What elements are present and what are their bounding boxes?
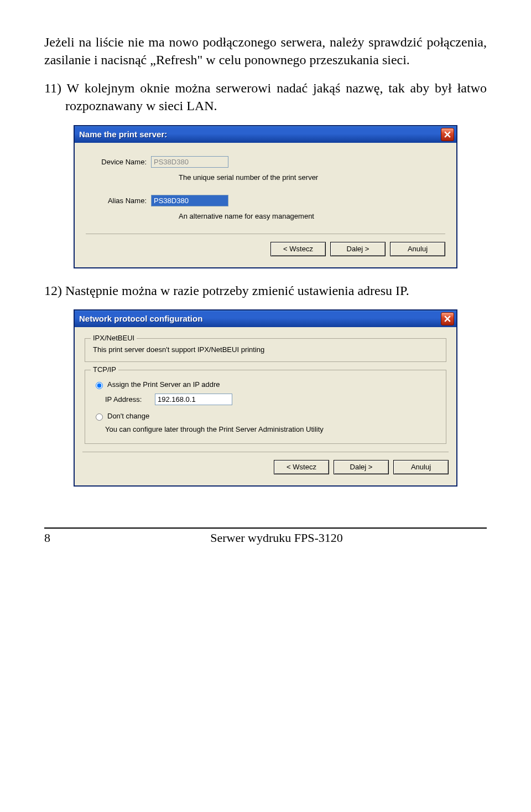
device-name-hint: The unique serial number of the print se… bbox=[179, 173, 445, 182]
alias-name-label: Alias Name: bbox=[86, 196, 151, 205]
dont-change-label: Don't change bbox=[107, 412, 149, 420]
back-button[interactable]: < Wstecz bbox=[270, 242, 326, 256]
next-button[interactable]: Dalej > bbox=[334, 460, 389, 474]
assign-ip-label: Assign the Print Server an IP addre bbox=[107, 380, 220, 389]
alias-name-field[interactable] bbox=[151, 195, 228, 206]
device-name-label: Device Name: bbox=[86, 158, 151, 166]
titlebar: Name the print server: bbox=[75, 126, 456, 143]
separator bbox=[86, 234, 445, 234]
next-button[interactable]: Dalej > bbox=[330, 242, 386, 256]
tcpip-group-title: TCP/IP bbox=[91, 365, 118, 374]
dont-change-radio[interactable] bbox=[96, 413, 103, 421]
note-text: You can configure later through the Prin… bbox=[105, 425, 438, 435]
name-print-server-dialog: Name the print server: Device Name: The … bbox=[74, 125, 457, 268]
dialog-title: Name the print server: bbox=[79, 130, 167, 139]
alias-name-hint: An alternative name for easy management bbox=[179, 212, 445, 220]
close-icon[interactable] bbox=[441, 312, 454, 325]
cancel-button[interactable]: Anuluj bbox=[390, 242, 445, 256]
assign-ip-radio[interactable] bbox=[96, 382, 103, 389]
close-icon[interactable] bbox=[441, 128, 454, 141]
tcpip-group: TCP/IP Assign the Print Server an IP add… bbox=[85, 370, 446, 444]
page-footer: 8 Serwer wydruku FPS-3120 bbox=[44, 527, 487, 545]
back-button[interactable]: < Wstecz bbox=[274, 460, 329, 474]
ipx-group-title: IPX/NetBEUI bbox=[91, 334, 137, 342]
cancel-button[interactable]: Anuluj bbox=[393, 460, 449, 474]
step-11: 11) W kolejnym oknie można serwerowi nad… bbox=[44, 79, 487, 115]
network-protocol-dialog: Network protocol configuration IPX/NetBE… bbox=[74, 309, 457, 487]
footer-title: Serwer wydruku FPS-3120 bbox=[66, 531, 487, 545]
dialog-title: Network protocol configuration bbox=[79, 314, 202, 323]
separator bbox=[82, 452, 449, 452]
ipx-group: IPX/NetBEUI This print server doesn't su… bbox=[85, 338, 446, 362]
intro-paragraph: Jeżeli na liście nie ma nowo podłączoneg… bbox=[44, 33, 487, 69]
page-number: 8 bbox=[44, 531, 66, 545]
ipx-text: This print server doesn't support IPX/Ne… bbox=[93, 345, 438, 354]
ip-address-field[interactable] bbox=[155, 394, 232, 405]
device-name-field bbox=[151, 156, 228, 168]
step-12: 12) Następnie można w razie potrzeby zmi… bbox=[44, 282, 487, 299]
ip-address-label: IP Address: bbox=[105, 395, 155, 404]
titlebar: Network protocol configuration bbox=[75, 311, 456, 327]
